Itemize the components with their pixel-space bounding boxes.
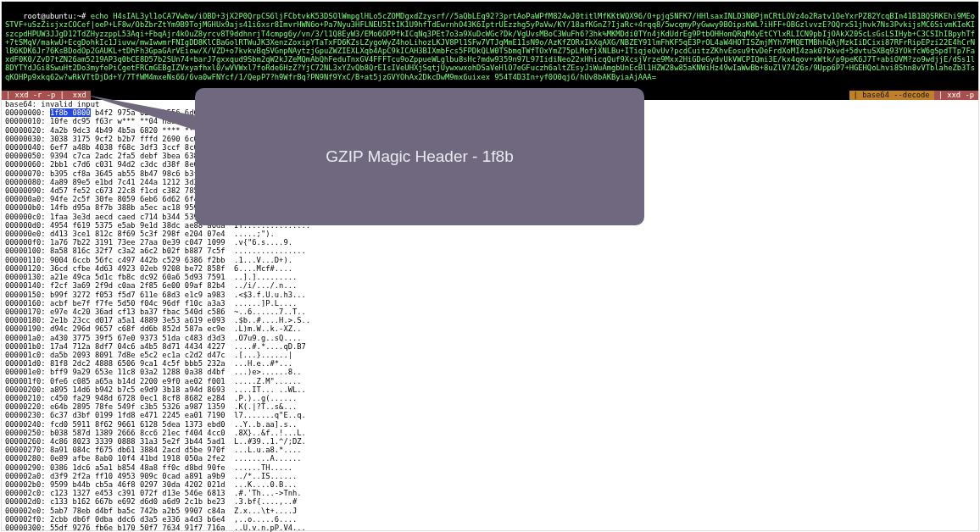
hex-row: 000000e0: d413 3ce1 812c 8f69 5c3f 298f … [5, 230, 975, 238]
callout-text: GZIP Magic Header - 1f8b [326, 152, 513, 161]
hex-row: 00000150: b99f 3272 f053 f5d7 611e 68d3 … [5, 291, 975, 299]
hex-row: 00000280: 0e89 afbe 8ab0 10f4 41bd 1918 … [5, 454, 975, 463]
hex-row: 00000120: 36cd cfbe 4d63 4923 02eb 9208 … [5, 264, 975, 273]
shell-prompt: root@ubuntu:~# [23, 12, 90, 20]
hex-row: 00000220: e64b 2895 78fe 549f c3b5 5326 … [5, 402, 975, 411]
hex-row: 00000110: 9004 6ccb 56fc c497 442b c529 … [5, 256, 975, 264]
hex-row: 00000210: c450 fa29 948d 6728 0ec1 8cf8 … [5, 394, 975, 402]
hex-row: 000002d0: c133 b162 667b e692 d6d0 a6d9 … [5, 497, 975, 506]
hex-row: 00000180: 2e1b 23cc d017 a5a1 4889 3e53 … [5, 316, 975, 324]
hex-row: 00000290: 0386 1dc6 a5a1 b854 48a8 ff0c … [5, 463, 975, 472]
hex-row: 00000270: 8a91 084c f675 db61 3884 2acd … [5, 446, 975, 454]
hex-row: 000001c0: da5b 2093 8091 7d8e e5c2 ec1a … [5, 351, 975, 359]
hex-row: 000001a0: a430 3775 39f5 67e0 9373 51da … [5, 334, 975, 342]
hex-row: 000002a0: d3f9 2f2a ff10 4953 909c 0cad … [5, 472, 975, 480]
hex-row: 00000130: a21e 49ca 5d1c fb8c dc92 60a6 … [5, 273, 975, 281]
hex-row: 000002e0: 5ab7 78eb d4bf ba5c 742b a2b5 … [5, 507, 975, 515]
hex-row: 00000260: 4c86 8023 3339 0888 31a3 5e2f … [5, 437, 975, 446]
base64-payload: H4sIAL3yl1oCA7Vwbw/iOBD+3jX2P0QrpCS6ljFC… [5, 12, 975, 80]
base64-decode-segment: | base64 --decode [849, 91, 934, 100]
hex-row: 00000170: e97e 4c20 36ad cf13 ba37 fbac … [5, 308, 975, 316]
hex-row: 00000160: acbf be7f f7fe 5d50 f04c 96df … [5, 299, 975, 308]
terminal-command-line: root@ubuntu:~# echo H4sIAL3yl1oCA7Vwbw/i… [2, 2, 978, 91]
hex-row: 000002f0: 2cbb db6f 0dba ddc6 d3a5 e336 … [5, 515, 975, 524]
hex-row: 000001b0: 17a4 712a 8df7 04c6 a4b5 8d71 … [5, 342, 975, 351]
hex-row: 00000190: d94c 296d 9657 c68f dd6b 852d … [5, 324, 975, 333]
hex-row: 000001f0: 0fe6 c085 a65a b14d 2200 e9f0 … [5, 377, 975, 385]
hex-row: 00000230: 6c37 d3bf 0199 1fd8 e471 2245 … [5, 411, 975, 419]
xxd-reverse-segment: | xxd -r -p | [2, 91, 69, 100]
hex-row: 00000100: 8a58 816c 32f7 c3a2 a6c2 b02f … [5, 247, 975, 255]
xxd-p-segment: | xxd -p [934, 91, 978, 100]
hex-row: 000001e0: bff9 9a29 653e 11c8 03a2 1288 … [5, 368, 975, 376]
hex-row: 000000f0: 1a76 7b22 3191 73ee 27aa 0e39 … [5, 238, 975, 247]
hex-row: 00000250: b038 587d 1389 2666 8cc6 21ec … [5, 429, 975, 437]
gzip-magic-callout: GZIP Magic Header - 1f8b [195, 88, 644, 225]
hex-row: 000002b0: 9599 b44b cb5a 46f8 0297 30da … [5, 480, 975, 489]
hex-row: 000002c0: c123 1327 e453 c391 072f d13e … [5, 489, 975, 497]
hex-row: 00000240: fcd0 5911 8f62 9661 6128 5dea … [5, 420, 975, 429]
hex-row: 00000200: a895 14d6 b942 b7c5 e9d9 3b18 … [5, 385, 975, 394]
gzip-magic-bytes: 1f8b 0800 [50, 108, 91, 117]
hex-row: 00000300: 55df 9276 fb6e b170 50f7 7634 … [5, 524, 975, 532]
hex-row: 000001d0: 81f8 2dc2 4888 6506 9ca1 4c5f … [5, 359, 975, 368]
hex-row: 00000140: f2cf 3a69 2f9d c0aa 2f85 6e00 … [5, 281, 975, 290]
echo-keyword: echo [91, 12, 113, 20]
